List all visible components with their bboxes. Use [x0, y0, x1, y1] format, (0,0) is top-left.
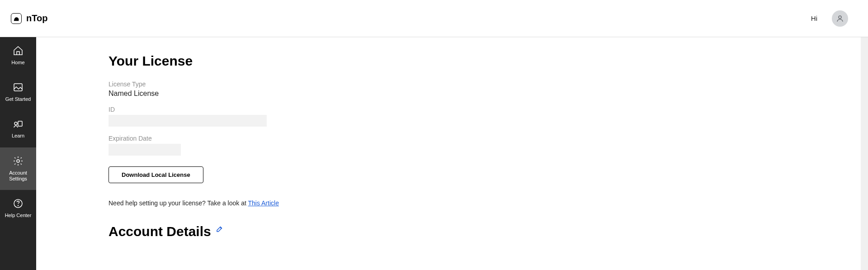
license-help-text: Need help setting up your license? Take …: [108, 199, 868, 207]
svg-rect-3: [18, 121, 22, 126]
brand-name: nTop: [26, 13, 47, 24]
expiration-label: Expiration Date: [108, 135, 868, 142]
home-icon: [13, 45, 24, 56]
image-icon: [13, 82, 24, 93]
header-right: Hi: [811, 10, 857, 27]
sidebar-item-account-settings[interactable]: Account Settings: [0, 147, 36, 190]
svg-point-0: [839, 16, 841, 19]
sidebar-item-learn[interactable]: Learn: [0, 110, 36, 147]
sidebar-label: Get Started: [5, 96, 31, 102]
svg-point-4: [17, 160, 19, 162]
user-icon: [836, 14, 844, 23]
edit-account-button[interactable]: [216, 225, 224, 235]
expiration-value: [108, 144, 181, 156]
account-details-title: Account Details: [108, 224, 211, 239]
logo-icon: [11, 13, 22, 24]
account-details-header: Account Details: [108, 224, 868, 239]
greeting-text: Hi: [811, 14, 817, 22]
license-type-value: Named License: [108, 90, 868, 98]
edit-icon: [216, 225, 224, 233]
gear-icon: [13, 156, 24, 166]
user-avatar[interactable]: [832, 10, 848, 27]
license-id-label: ID: [108, 106, 868, 113]
download-license-button[interactable]: Download Local License: [108, 166, 203, 183]
sidebar-label: Help Center: [5, 213, 32, 218]
help-text-prefix: Need help setting up your license? Take …: [108, 199, 248, 207]
sidebar-item-home[interactable]: Home: [0, 37, 36, 74]
sidebar-label: Home: [11, 60, 24, 66]
svg-point-6: [18, 205, 19, 206]
sidebar-item-help-center[interactable]: Help Center: [0, 190, 36, 227]
sidebar-item-get-started[interactable]: Get Started: [0, 74, 36, 110]
sidebar-label: Learn: [12, 133, 24, 139]
help-icon: [13, 198, 24, 209]
license-type-label: License Type: [108, 81, 868, 88]
scrollbar[interactable]: [861, 0, 868, 270]
learn-icon: [13, 118, 24, 129]
app-header: nTop Hi: [0, 0, 868, 37]
license-id-value: [108, 115, 267, 127]
sidebar-label: Account Settings: [2, 170, 34, 182]
svg-point-2: [14, 122, 17, 125]
brand-logo[interactable]: nTop: [11, 13, 47, 24]
sidebar: Home Get Started Learn Account Settings: [0, 37, 36, 270]
help-article-link[interactable]: This Article: [248, 199, 278, 207]
svg-rect-1: [14, 84, 22, 91]
page-title: Your License: [108, 53, 868, 69]
main-content: Your License License Type Named License …: [36, 37, 868, 270]
